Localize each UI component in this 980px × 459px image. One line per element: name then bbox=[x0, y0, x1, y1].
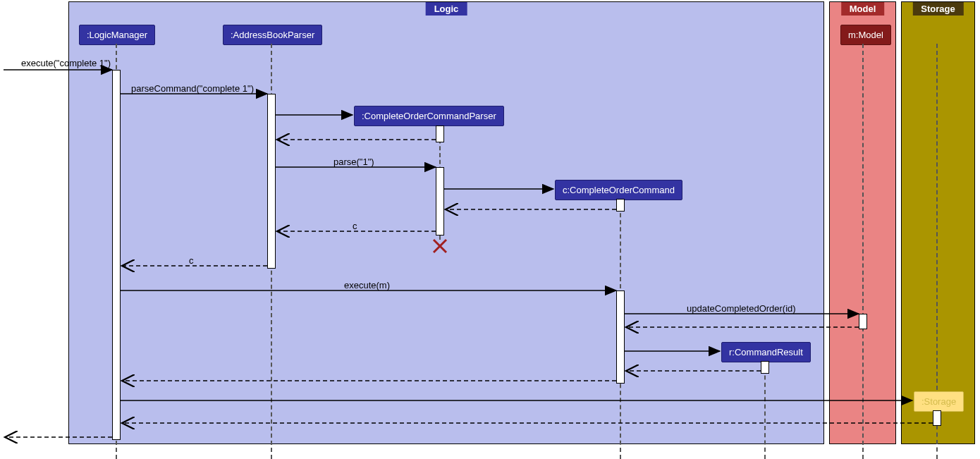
msg-parse-command: parseCommand("complete 1") bbox=[131, 83, 254, 94]
msg-return-c-1: c bbox=[353, 221, 357, 231]
lifeline-command-result bbox=[764, 361, 766, 459]
activation-storage bbox=[933, 410, 941, 426]
participant-complete-order-command-parser: :CompleteOrderCommandParser bbox=[354, 106, 504, 126]
lifeline-storage-upper bbox=[936, 44, 938, 390]
participant-address-book-parser: :AddressBookParser bbox=[223, 25, 322, 45]
logic-frame-header: Logic bbox=[426, 2, 467, 16]
activation-cocp-2 bbox=[436, 167, 444, 235]
activation-address-book-parser bbox=[267, 94, 276, 269]
activation-model bbox=[859, 314, 867, 329]
activation-command-result bbox=[761, 361, 769, 374]
storage-frame: Storage bbox=[901, 1, 975, 444]
participant-logic-manager: :LogicManager bbox=[79, 25, 155, 45]
storage-frame-header: Storage bbox=[912, 2, 963, 16]
msg-execute-m: execute(m) bbox=[344, 280, 390, 290]
participant-command-result: r:CommandResult bbox=[721, 342, 811, 362]
logic-frame: Logic bbox=[68, 1, 824, 444]
activation-cocp-1 bbox=[436, 126, 444, 142]
destroy-icon bbox=[432, 238, 448, 254]
lifeline-model bbox=[862, 44, 864, 459]
msg-return-c-2: c bbox=[189, 255, 194, 266]
activation-coc-1 bbox=[616, 199, 625, 212]
activation-logic-manager bbox=[112, 70, 121, 440]
msg-execute-complete-1: execute("complete 1") bbox=[21, 58, 111, 68]
participant-model: m:Model bbox=[840, 25, 891, 45]
participant-storage: :Storage bbox=[914, 391, 964, 412]
model-frame-header: Model bbox=[841, 2, 885, 16]
activation-coc-2 bbox=[616, 290, 625, 384]
msg-update-completed-order: updateCompletedOrder(id) bbox=[687, 303, 796, 314]
participant-complete-order-command: c:CompleteOrderCommand bbox=[555, 180, 682, 200]
msg-parse-1: parse("1") bbox=[333, 157, 374, 167]
